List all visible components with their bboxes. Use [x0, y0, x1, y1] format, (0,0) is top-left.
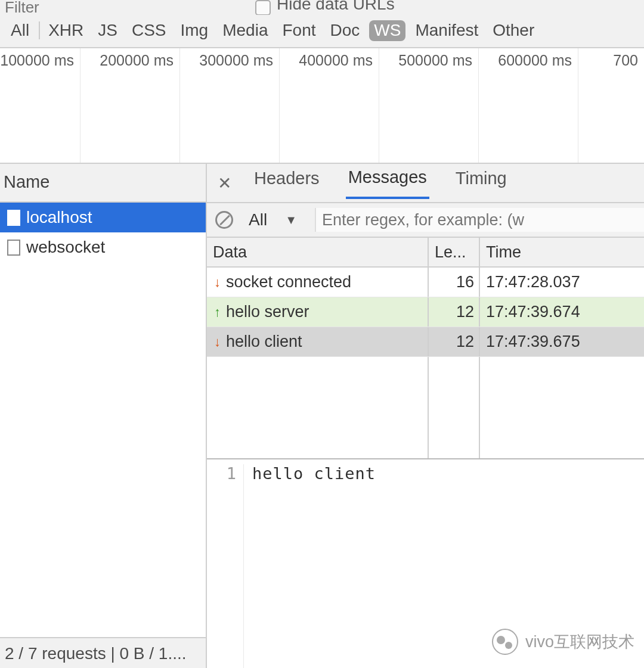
type-tab-manifest[interactable]: Manifest — [410, 20, 483, 41]
type-tab-other[interactable]: Other — [488, 20, 539, 41]
type-tab-ws[interactable]: WS — [369, 20, 405, 41]
request-item-localhost[interactable]: localhost — [0, 203, 206, 232]
message-row[interactable]: ↑ hello server 12 17:47:39.674 — [207, 297, 644, 327]
messages-empty-area — [207, 357, 644, 458]
tab-headers[interactable]: Headers — [252, 169, 322, 198]
tab-messages[interactable]: Messages — [346, 167, 429, 199]
message-time: 17:47:28.037 — [480, 268, 644, 297]
ws-filter-dropdown-label[interactable]: All — [249, 210, 267, 229]
type-tab-css[interactable]: CSS — [127, 20, 171, 41]
ws-filter-bar: All ▼ — [207, 203, 644, 238]
chevron-down-icon[interactable]: ▼ — [285, 213, 297, 227]
type-tab-separator — [39, 21, 40, 39]
detail-panel: ✕ Headers Messages Timing All ▼ Data Le.… — [207, 164, 644, 668]
file-icon — [7, 210, 20, 226]
type-tab-doc[interactable]: Doc — [326, 20, 365, 41]
message-row[interactable]: ↓ socket connected 16 17:47:28.037 — [207, 268, 644, 297]
timeline-tick: 700 — [578, 48, 644, 163]
timeline-tick: 300000 ms — [180, 48, 280, 163]
request-label: websocket — [26, 238, 105, 257]
tab-timing[interactable]: Timing — [453, 169, 509, 198]
message-data: hello server — [226, 303, 309, 321]
arrow-down-icon: ↓ — [214, 276, 222, 289]
timeline-tick: 200000 ms — [80, 48, 180, 163]
type-tab-img[interactable]: Img — [176, 20, 213, 41]
col-header-time[interactable]: Time — [480, 238, 644, 266]
request-item-websocket[interactable]: websocket — [0, 232, 206, 262]
message-row[interactable]: ↓ hello client 12 17:47:39.675 — [207, 327, 644, 357]
message-time: 17:47:39.675 — [480, 327, 644, 356]
type-tab-font[interactable]: Font — [277, 20, 320, 41]
message-length: 16 — [429, 268, 480, 297]
message-time: 17:47:39.674 — [480, 297, 644, 327]
close-icon[interactable]: ✕ — [218, 173, 231, 193]
payload-text[interactable]: hello client — [244, 464, 376, 668]
main-split: Name localhost websocket 2 / 7 requests … — [0, 164, 644, 668]
payload-line-number: 1 — [207, 464, 244, 668]
watermark-text: vivo互联网技术 — [525, 631, 634, 653]
type-tab-all[interactable]: All — [6, 20, 34, 41]
arrow-up-icon: ↑ — [214, 306, 222, 319]
requests-header[interactable]: Name — [0, 164, 206, 203]
message-data: socket connected — [226, 273, 351, 291]
timeline-tick: 100000 ms — [0, 48, 80, 163]
requests-panel: Name localhost websocket 2 / 7 requests … — [0, 164, 207, 668]
wechat-icon — [492, 629, 518, 655]
type-tab-media[interactable]: Media — [218, 20, 273, 41]
timeline[interactable]: 100000 ms 200000 ms 300000 ms 400000 ms … — [0, 48, 644, 164]
status-bar: 2 / 7 requests | 0 B / 1.... — [0, 637, 206, 668]
col-header-length[interactable]: Le... — [429, 238, 480, 266]
filter-row: Hide data URLs — [0, 0, 644, 15]
detail-tabs: ✕ Headers Messages Timing — [207, 164, 644, 203]
message-data: hello client — [226, 333, 302, 351]
arrow-down-icon: ↓ — [214, 335, 222, 349]
type-tab-xhr[interactable]: XHR — [44, 20, 88, 41]
hide-data-urls-checkbox[interactable] — [255, 0, 271, 15]
message-length: 12 — [429, 327, 480, 356]
hide-data-urls-label: Hide data URLs — [277, 0, 395, 14]
request-label: localhost — [26, 208, 92, 227]
message-length: 12 — [429, 297, 480, 327]
col-header-data[interactable]: Data — [207, 238, 429, 266]
ws-regex-input[interactable] — [315, 208, 644, 232]
timeline-tick: 600000 ms — [479, 48, 578, 163]
messages-table: Data Le... Time ↓ socket connected 16 17… — [207, 238, 644, 459]
type-tab-js[interactable]: JS — [93, 20, 122, 41]
requests-list: localhost websocket — [0, 203, 206, 637]
timeline-tick: 400000 ms — [280, 48, 379, 163]
watermark: vivo互联网技术 — [492, 629, 634, 655]
messages-header-row: Data Le... Time — [207, 238, 644, 268]
file-icon — [7, 240, 20, 256]
clear-icon[interactable] — [215, 211, 233, 229]
type-filter-tabs: All XHR JS CSS Img Media Font Doc WS Man… — [0, 15, 644, 48]
filter-input[interactable] — [5, 1, 237, 15]
timeline-tick: 500000 ms — [379, 48, 479, 163]
